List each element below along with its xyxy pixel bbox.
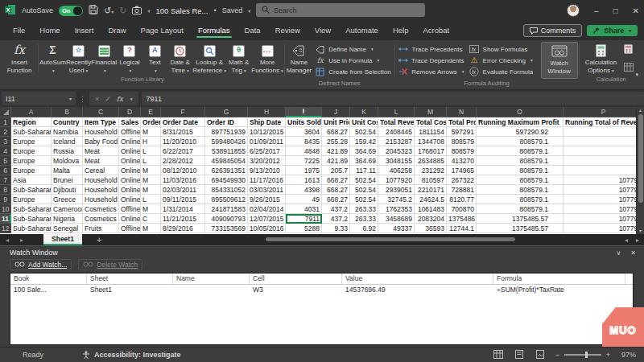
worksheet-grid[interactable]: ABCDEFGHIJKLMNOP1RegionCountryItem TypeS… <box>0 107 644 234</box>
document-title[interactable]: 100 Sales Re... <box>156 6 208 15</box>
grid-cell[interactable]: 895509612 <box>205 195 248 204</box>
grid-cell[interactable]: 3048155 <box>378 156 415 166</box>
grid-cell[interactable]: 12744.1 <box>447 224 477 233</box>
grid-cell[interactable]: Offline <box>119 204 141 214</box>
grid-cell[interactable]: Online <box>119 137 141 146</box>
column-header-L[interactable]: L <box>378 107 415 117</box>
grid-cell[interactable]: Europe <box>11 146 52 156</box>
grid-cell[interactable]: 241871583 <box>205 204 248 214</box>
grid-cell[interactable]: 49 <box>286 195 322 204</box>
vertical-scroll-thumb[interactable] <box>638 114 643 203</box>
grid-cell[interactable]: 9/26/2015 <box>248 195 286 204</box>
add-sheet-icon[interactable]: + <box>97 235 101 245</box>
grid-cell[interactable]: 6/22/2017 <box>161 146 205 156</box>
grid-cell[interactable]: 364.69 <box>350 156 378 166</box>
grid-cell[interactable]: 5288 <box>286 224 322 233</box>
grid-cell[interactable]: 107791 <box>564 195 644 204</box>
grid-cell[interactable]: Sub-Saharan <box>11 185 52 195</box>
grid-cell[interactable]: H <box>141 137 161 146</box>
trace-dependents-button[interactable]: Trace Dependents <box>396 55 467 66</box>
grid-cell[interactable]: 159.42 <box>350 137 378 146</box>
grid-cell[interactable]: 3604 <box>286 127 322 137</box>
formula-bar-chevron-icon[interactable]: ▾ <box>130 97 133 101</box>
column-header-I[interactable]: I <box>286 107 322 117</box>
panel-chevron-icon[interactable]: ∨ <box>616 249 621 257</box>
tab-acrobat[interactable]: Acrobat <box>416 23 456 39</box>
grid-cell[interactable]: 263.33 <box>350 214 378 224</box>
watch-window-button[interactable]: Watch Window <box>541 42 578 79</box>
grid-cell[interactable]: 49337 <box>378 224 415 233</box>
grid-cell[interactable]: 107791 <box>564 214 644 224</box>
grid-cell[interactable]: Europe <box>11 195 52 204</box>
grid-cell[interactable]: L <box>141 195 161 204</box>
grid-cell[interactable]: M <box>141 204 161 214</box>
grid-cell[interactable]: Sales Ch <box>119 117 141 127</box>
grid-cell[interactable]: Meat <box>83 156 119 166</box>
grid-cell[interactable]: 808579 <box>447 146 477 156</box>
grid-cell[interactable]: 808579.1 <box>477 204 564 214</box>
grid-cell[interactable]: Offline <box>119 127 141 137</box>
calculate-sheet-icon[interactable] <box>624 60 634 75</box>
grid-cell[interactable]: Total Reve <box>378 117 415 127</box>
grid-cell[interactable]: 502.54 <box>350 185 378 195</box>
zoom-in-icon[interactable]: + <box>606 351 610 359</box>
grid-cell[interactable]: 8/31/2015 <box>161 127 205 137</box>
grid-cell[interactable]: Europe <box>11 166 52 175</box>
grid-cell[interactable]: 01/09/2011 <box>248 137 286 146</box>
grid-cell[interactable]: 36593 <box>415 224 447 233</box>
grid-cell[interactable]: 4031 <box>286 204 322 214</box>
grid-cell[interactable]: Sub-Saharan <box>11 214 52 224</box>
row-header-6[interactable]: 6 <box>0 166 11 175</box>
grid-cell[interactable]: 1375485.57 <box>477 214 564 224</box>
grid-cell[interactable]: 2153287 <box>378 137 415 146</box>
comments-button[interactable]: Comments <box>523 24 583 37</box>
autosave-toggle[interactable]: On <box>59 6 83 16</box>
tab-draw[interactable]: Draw <box>101 23 132 39</box>
grid-cell[interactable]: 1975 <box>286 166 322 175</box>
select-all-corner[interactable] <box>0 107 11 117</box>
grid-cell[interactable]: 668.27 <box>322 127 350 137</box>
financial-button[interactable]: Financial▾ <box>91 42 117 75</box>
grid-cell[interactable]: 1344708 <box>415 137 447 146</box>
grid-cell[interactable]: 11/17/2016 <box>248 175 286 185</box>
grid-cell[interactable]: 8120.77 <box>447 195 477 204</box>
grid-cell[interactable]: 231292 <box>415 166 447 175</box>
tab-review[interactable]: Review <box>269 23 307 39</box>
autosum-button[interactable]: ΣAutoSum▾ <box>39 42 66 75</box>
panel-close-icon[interactable]: ✕ <box>630 249 636 257</box>
grid-cell[interactable]: 1768017 <box>415 146 447 156</box>
grid-cell[interactable]: Online <box>119 146 141 156</box>
grid-cell[interactable]: C <box>141 214 161 224</box>
grid-cell[interactable]: 03/03/2011 <box>248 185 286 195</box>
grid-cell[interactable]: Cameroon <box>52 204 83 214</box>
grid-cell[interactable]: 107791 <box>564 175 644 185</box>
grid-cell[interactable]: M <box>141 127 161 137</box>
grid-cell[interactable]: 1375485.57 <box>477 224 564 233</box>
row-header-11[interactable]: 11 <box>0 214 11 224</box>
grid-cell[interactable]: 4398 <box>286 185 322 195</box>
grid-cell[interactable]: 897751939 <box>205 127 248 137</box>
column-header-P[interactable]: P <box>564 107 644 117</box>
tab-view[interactable]: View <box>308 23 337 39</box>
grid-cell[interactable]: 4848 <box>286 146 322 156</box>
grid-cell[interactable]: 10/12/2015 <box>248 127 286 137</box>
grid-cell[interactable]: 2083204 <box>415 214 447 224</box>
grid-cell[interactable]: 538911855 <box>205 146 248 156</box>
grid-cell[interactable]: 12/07/2015 <box>248 214 286 224</box>
grid-cell[interactable] <box>564 146 644 156</box>
grid-cell[interactable]: Russia <box>52 146 83 156</box>
grid-cell[interactable]: 502.54 <box>350 195 378 204</box>
grid-cell[interactable]: Asia <box>11 175 52 185</box>
insert-function-button[interactable]: fx Insert Function <box>2 42 37 75</box>
save-icon[interactable] <box>89 5 98 16</box>
grid-cell[interactable]: 8/29/2016 <box>161 224 205 233</box>
tab-help[interactable]: Help <box>386 23 415 39</box>
grid-cell[interactable]: Online <box>119 175 141 185</box>
hscroll-right-icon[interactable]: ▸ <box>636 237 639 244</box>
grid-cell[interactable]: Moldova <box>52 156 83 166</box>
grid-cell[interactable]: 267322 <box>447 175 477 185</box>
grid-cell[interactable]: Europe <box>11 137 52 146</box>
saved-status[interactable]: Saved <box>222 6 243 14</box>
grid-cell[interactable]: Region <box>11 117 52 127</box>
collapse-ribbon-icon[interactable]: ▾ <box>635 72 638 78</box>
